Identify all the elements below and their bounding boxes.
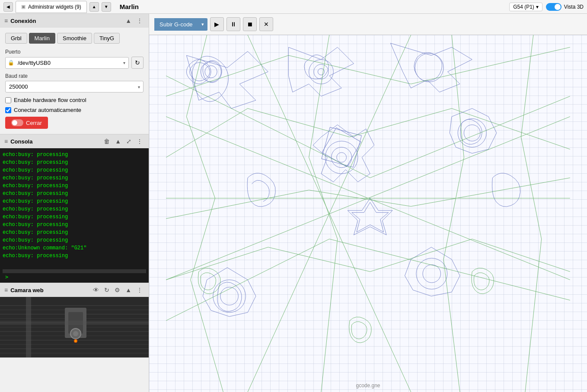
console-line: echo:busy: processing: [3, 229, 146, 236]
consola-more-button[interactable]: ⋮: [135, 137, 144, 146]
auto-connect-row: Conectar automaticamente: [5, 107, 144, 113]
console-output[interactable]: echo:busy: processingecho:busy: processi…: [0, 148, 149, 269]
camara-title: Camara web: [10, 287, 89, 293]
baud-select-wrapper: 250000 115200 9600 ▾: [5, 81, 144, 92]
conn-tabs: Grbl Marlin Smoothie TinyG: [5, 33, 144, 44]
conexion-more-button[interactable]: ⋮: [135, 16, 144, 25]
svg-rect-21: [0, 321, 149, 325]
conexion-menu-icon: ≡: [4, 17, 8, 24]
port-refresh-button[interactable]: ↻: [131, 57, 144, 69]
camara-more-button[interactable]: ⋮: [135, 286, 144, 294]
stop-button[interactable]: ⏹: [243, 17, 257, 31]
svg-line-45: [248, 108, 350, 137]
svg-point-32: [337, 153, 347, 163]
svg-point-19: [75, 340, 77, 342]
console-line: echo:busy: processing: [3, 190, 146, 198]
svg-point-35: [213, 280, 246, 312]
consola-expand-button[interactable]: ⤢: [124, 137, 133, 146]
upload-main-button[interactable]: Subir G-code: [154, 18, 198, 31]
consola-title: Consola: [10, 138, 99, 145]
consola-up-button[interactable]: ▲: [113, 137, 123, 146]
coord-chevron-icon: ▾: [536, 4, 539, 10]
svg-line-64: [443, 259, 460, 392]
svg-point-17: [73, 331, 78, 336]
consola-header: ≡ Consola 🗑 ▲ ⤢ ⋮: [0, 134, 149, 148]
svg-line-54: [472, 239, 570, 272]
auto-connect-label: Conectar automaticamente: [14, 107, 81, 113]
svg-line-48: [166, 190, 309, 219]
close-button[interactable]: ✕: [259, 17, 273, 31]
svg-line-56: [186, 117, 215, 198]
pause-button[interactable]: ⏸: [227, 17, 240, 31]
camara-up-button[interactable]: ▲: [124, 286, 133, 294]
svg-line-69: [370, 96, 570, 178]
console-input-area: >: [0, 269, 149, 283]
top-bar-right: G54 (P1) ▾ Vista 3D: [509, 3, 584, 11]
camara-settings-button[interactable]: ⚙: [113, 286, 122, 294]
manage-widgets-tab[interactable]: ▣ Administrar widgets (9): [16, 1, 87, 13]
svg-point-38: [423, 265, 441, 283]
nav-down-button[interactable]: ▼: [102, 2, 111, 12]
visualizer[interactable]: gcode.gne: [149, 35, 587, 392]
coord-display[interactable]: G54 (P1) ▾: [509, 3, 542, 11]
vista3d-switch[interactable]: [546, 3, 561, 11]
upload-button-group: Subir G-code ▾: [154, 18, 207, 31]
consola-clear-button[interactable]: 🗑: [102, 137, 112, 146]
camara-refresh-button[interactable]: ↻: [102, 286, 111, 294]
hw-flow-checkbox[interactable]: [5, 97, 11, 103]
gcode-visualization: [149, 35, 587, 392]
console-line: echo:busy: processing: [3, 182, 146, 190]
baud-select[interactable]: 250000 115200 9600: [5, 81, 144, 92]
svg-line-67: [525, 239, 542, 392]
conn-tab-tinyg[interactable]: TinyG: [94, 33, 120, 44]
puerto-select[interactable]: /dev/ttyUSB0: [5, 57, 129, 69]
baud-group: Baud rate 250000 115200 9600 ▾: [5, 73, 144, 92]
svg-line-51: [166, 247, 268, 280]
conexion-collapse-button[interactable]: ▲: [124, 16, 133, 25]
svg-line-47: [452, 108, 570, 149]
cerrar-toggle-icon: [11, 119, 23, 126]
gcode-filename-label: gcode.gne: [356, 382, 380, 389]
svg-line-52: [268, 247, 370, 272]
console-line: echo:busy: processing: [3, 205, 146, 213]
main-layout: ≡ Conexión ▲ ⋮ Grbl Marlin Smoothie Tiny…: [0, 14, 587, 392]
svg-line-57: [191, 198, 215, 280]
console-line: echo:busy: processing: [3, 236, 146, 244]
conn-tab-smoothie[interactable]: Smoothie: [57, 33, 92, 44]
camara-eye-button[interactable]: 👁: [91, 286, 101, 294]
cerrar-button[interactable]: Cerrar: [5, 117, 48, 129]
cerrar-label: Cerrar: [26, 120, 42, 126]
top-bar-left: ◀ ▣ Administrar widgets (9) ▲ ▼: [3, 1, 111, 13]
console-scrollbar[interactable]: [3, 269, 146, 273]
baud-label: Baud rate: [5, 73, 144, 79]
svg-line-46: [350, 108, 452, 137]
svg-point-30: [325, 141, 358, 174]
svg-line-43: [411, 47, 570, 84]
conn-tab-marlin[interactable]: Marlin: [29, 33, 55, 44]
svg-line-50: [411, 178, 570, 206]
svg-line-71: [329, 239, 570, 300]
vista3d-toggle: Vista 3D: [546, 3, 584, 11]
svg-marker-40: [352, 202, 389, 232]
grid-background: gcode.gne: [149, 35, 587, 392]
svg-line-68: [166, 76, 370, 178]
console-input[interactable]: [10, 274, 144, 280]
nav-back-button[interactable]: ◀: [3, 2, 13, 12]
console-line: echo:busy: processing: [3, 213, 146, 221]
nav-up-button[interactable]: ▲: [89, 2, 99, 12]
toolbar: Subir G-code ▾ ▶ ⏸ ⏹ ✕: [149, 14, 587, 35]
console-line: echo:busy: processing: [3, 174, 146, 182]
consola-panel: ≡ Consola 🗑 ▲ ⤢ ⋮ echo:busy: processinge…: [0, 134, 149, 283]
main-content: Subir G-code ▾ ▶ ⏸ ⏹ ✕: [149, 14, 587, 392]
camara-header: ≡ Camara web 👁 ↻ ⚙ ▲ ⋮: [0, 283, 149, 297]
cerrar-toggle-knob: [12, 120, 17, 125]
upload-dropdown-button[interactable]: ▾: [198, 19, 207, 30]
conn-tab-grbl[interactable]: Grbl: [5, 33, 27, 44]
hw-flow-label: Enable hardware flow control: [14, 97, 86, 103]
play-button[interactable]: ▶: [210, 17, 224, 31]
auto-connect-checkbox[interactable]: [5, 107, 11, 113]
camara-actions: 👁 ↻ ⚙ ▲ ⋮: [91, 286, 144, 294]
camera-feed: [0, 297, 149, 357]
console-line: echo:busy: processing: [3, 221, 146, 229]
vista3d-label: Vista 3D: [564, 4, 584, 10]
